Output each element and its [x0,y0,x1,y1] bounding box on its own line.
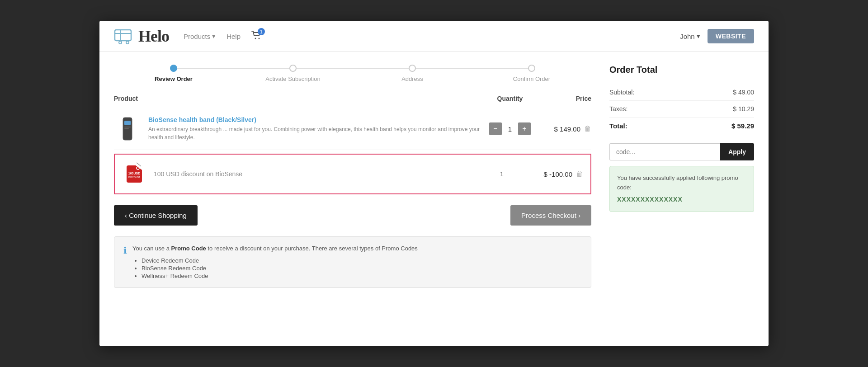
apply-button[interactable]: Apply [720,143,754,160]
col-product-header: Product [114,95,483,102]
discount-price: $ -100.00 🗑 [529,170,583,178]
col-quantity-header: Quantity [483,95,537,102]
discount-quantity: 1 [475,170,529,178]
svg-rect-10 [124,128,129,129]
process-checkout-button[interactable]: Process Checkout › [510,205,591,226]
logo-text: Helo [138,27,169,46]
step-circle-1 [170,65,177,72]
taxes-value: $ 10.29 [733,105,754,113]
promo-code-display: XXXXXXXXXXXXXX [617,194,746,204]
info-list: Device Redeem Code BioSense Redeem Code … [132,257,582,279]
product-info: BioSense health band (Black/Silver) An e… [148,116,483,141]
action-buttons: ‹ Continue Shopping Process Checkout › [114,205,591,226]
subtotal-label: Subtotal: [609,89,634,96]
chevron-down-icon: ▾ [212,32,216,40]
total-label: Total: [609,122,627,130]
subtotal-row: Subtotal: $ 49.00 [609,84,754,101]
content-area: Review Order Activate Subscription Addre… [114,52,609,288]
discount-tag-image: 100USD DISCOUNT [122,162,146,186]
nav-links: Products ▾ Help 1 [184,31,680,42]
step-label-4: Confirm Order [513,75,550,82]
total-value: $ 59.29 [731,122,754,130]
delete-product-icon[interactable]: 🗑 [584,125,591,133]
svg-rect-0 [115,30,131,41]
help-nav[interactable]: Help [226,33,241,40]
svg-text:DISCOUNT: DISCOUNT [128,176,140,179]
svg-point-4 [126,41,129,44]
svg-point-3 [119,41,122,44]
svg-text:100USD: 100USD [128,172,140,175]
header-right: John ▾ WEBSITE [680,29,754,43]
list-item: Wellness+ Redeem Code [142,273,582,279]
logo-cart-icon [114,26,138,46]
step-label-3: Address [401,75,423,82]
col-price-header: Price [537,95,591,102]
step-label-2: Activate Subscription [265,75,320,82]
promo-success-box: You have successfully applied following … [609,166,754,212]
info-content: You can use a Promo Code to receive a di… [132,244,582,280]
info-box: ℹ You can use a Promo Code to receive a … [114,236,591,288]
step-review-order: Review Order [114,65,233,82]
discount-tag-svg: 100USD DISCOUNT [123,162,146,186]
product-name: BioSense health band (Black/Silver) [148,116,483,123]
cart-badge: 1 [258,28,265,35]
total-row: Total: $ 59.29 [609,118,754,134]
product-image-svg [116,115,139,142]
promo-code-row: Apply [609,143,754,160]
step-circle-3 [409,65,416,72]
chevron-down-icon: ▾ [697,32,700,40]
products-nav[interactable]: Products ▾ [184,32,216,40]
main-content: Review Order Activate Subscription Addre… [99,52,769,302]
delete-discount-icon[interactable]: 🗑 [576,170,583,178]
step-line-3 [412,68,532,69]
cart-button[interactable]: 1 [251,31,261,42]
website-button[interactable]: WEBSITE [708,29,754,43]
info-text: You can use a Promo Code to receive a di… [132,244,582,254]
taxes-label: Taxes: [609,105,627,113]
order-total-sidebar: Order Total Subtotal: $ 49.00 Taxes: $ 1… [609,52,754,288]
order-total-title: Order Total [609,65,754,75]
discount-row: 100USD DISCOUNT 100 USD discount on BioS… [114,154,591,194]
promo-code-input[interactable] [609,143,720,160]
quantity-value: 1 [505,125,514,133]
taxes-row: Taxes: $ 10.29 [609,101,754,118]
step-circle-2 [289,65,297,72]
product-image [114,115,141,142]
product-description: An extraordinary breakthrough ... made j… [148,125,483,141]
logo-area: Helo [114,26,169,46]
svg-rect-8 [124,121,131,125]
info-icon: ℹ [123,245,127,280]
step-label-1: Review Order [155,75,193,82]
user-menu[interactable]: John ▾ [680,32,700,40]
table-header: Product Quantity Price [114,91,591,106]
step-activate-subscription: Activate Subscription [233,65,353,82]
stepper: Review Order Activate Subscription Addre… [114,52,591,91]
svg-point-5 [255,38,256,39]
continue-shopping-button[interactable]: ‹ Continue Shopping [114,205,198,226]
header: Helo Products ▾ Help 1 John ▾ [99,21,769,52]
step-line-2 [293,68,412,69]
decrease-qty-button[interactable]: − [489,122,502,135]
svg-rect-9 [124,127,131,127]
svg-line-11 [137,163,141,166]
step-confirm-order: Confirm Order [472,65,591,82]
quantity-controls: − 1 + [483,122,537,135]
discount-name: 100 USD discount on BioSense [154,170,475,178]
list-item: Device Redeem Code [142,257,582,264]
product-price: $ 149.00 🗑 [537,125,591,133]
step-address: Address [353,65,472,82]
main-window: Helo Products ▾ Help 1 John ▾ [99,21,769,346]
subtotal-value: $ 49.00 [733,89,754,96]
promo-success-text: You have successfully applied following … [617,174,738,191]
list-item: BioSense Redeem Code [142,265,582,272]
step-line-1 [174,68,293,69]
increase-qty-button[interactable]: + [518,122,531,135]
product-row: BioSense health band (Black/Silver) An e… [114,108,591,150]
svg-point-6 [259,38,260,39]
step-circle-4 [528,65,535,72]
